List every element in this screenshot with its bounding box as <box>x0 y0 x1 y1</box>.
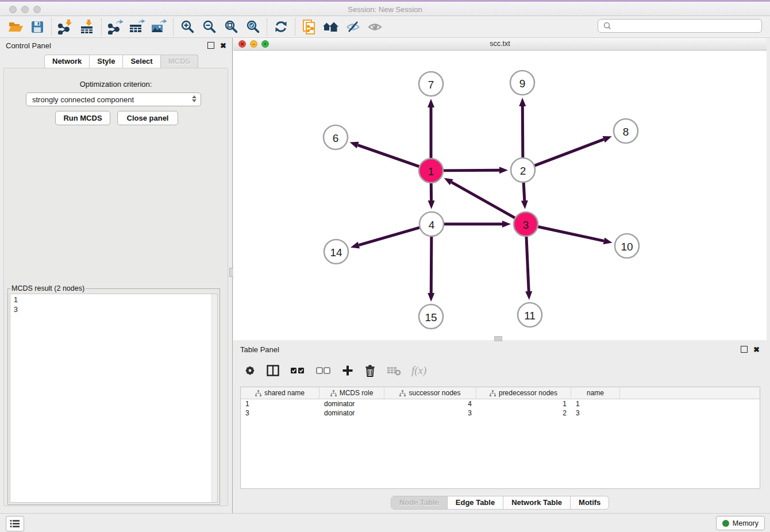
import-table-button[interactable] <box>76 18 98 36</box>
float-panel-icon[interactable] <box>207 42 214 49</box>
status-bar: Memory <box>0 513 770 532</box>
hierarchy-icon <box>399 390 406 396</box>
show-eye-button[interactable] <box>364 18 386 36</box>
tab-motifs[interactable]: Motifs <box>570 496 609 509</box>
export-table-icon <box>129 19 146 34</box>
graph-edge-arrowhead <box>603 136 612 142</box>
table-panel-header: Table Panel ✖ <box>233 342 767 357</box>
home-button[interactable] <box>320 18 342 36</box>
memory-button[interactable]: Memory <box>716 516 765 530</box>
graph-edge-arrowhead <box>521 201 528 209</box>
graph-edge-2-8[interactable] <box>534 140 604 166</box>
column-header-predecessor-nodes[interactable]: predecessor nodes <box>476 387 571 399</box>
create-column-button[interactable] <box>341 364 354 377</box>
close-panel-button[interactable]: Close panel <box>117 111 178 125</box>
toolbar-separator <box>101 18 102 36</box>
table-row[interactable]: 3 dominator 3 2 3 <box>241 408 760 418</box>
table-mode-gear-button[interactable] <box>244 364 256 377</box>
zoom-fit-icon <box>224 20 238 34</box>
graph-node-label: 6 <box>333 132 339 144</box>
function-builder-button[interactable]: f(x) <box>411 364 426 377</box>
show-columns-button[interactable] <box>266 364 280 377</box>
zoom-fit-button[interactable] <box>220 18 242 36</box>
zoom-in-button[interactable] <box>176 18 198 36</box>
graph-edge-2-9[interactable] <box>522 106 523 159</box>
tab-edge-table[interactable]: Edge Table <box>447 496 503 509</box>
graph-edge-arrowhead <box>351 242 360 249</box>
graph-edge-3-10[interactable] <box>537 226 604 241</box>
network-from-file-icon <box>302 19 317 35</box>
column-header-name[interactable]: name <box>571 387 620 399</box>
optimization-criterion-label: Optimization criterion: <box>4 80 228 88</box>
network-titlebar[interactable]: ✕ – + scc.txt <box>233 38 767 51</box>
cell-name: 1 <box>571 399 620 408</box>
select-all-columns-button[interactable] <box>290 365 306 376</box>
hide-eye-icon <box>345 20 361 34</box>
export-image-icon <box>151 19 168 34</box>
network-canvas[interactable]: 7968124314101511 <box>233 51 767 340</box>
cell-mcds-role: dominator <box>319 408 384 418</box>
export-image-button[interactable] <box>148 18 170 36</box>
close-panel-icon[interactable]: ✖ <box>220 41 226 50</box>
graph-edge-3-1[interactable] <box>452 182 516 218</box>
graph-edge-1-6[interactable] <box>358 145 420 167</box>
optimization-criterion-select[interactable]: strongly connected component <box>26 92 201 106</box>
export-table-button[interactable] <box>126 18 148 36</box>
cell-mcds-role: dominator <box>319 399 384 408</box>
column-header-successor-nodes[interactable]: successor nodes <box>384 387 476 399</box>
tab-network[interactable]: Network <box>44 55 90 68</box>
graph-node-label: 10 <box>621 241 633 253</box>
tab-node-table[interactable]: Node Table <box>391 496 447 509</box>
create-column-icon <box>341 364 354 377</box>
zoom-out-button[interactable] <box>198 18 220 36</box>
open-session-button[interactable] <box>5 18 26 36</box>
graph-edge-1-2[interactable] <box>442 170 499 171</box>
table-header-row: shared name MCDS role successor nodes pr… <box>241 387 760 399</box>
table-toolbar: f(x) <box>244 363 426 379</box>
graph-edge-3-11[interactable] <box>526 236 529 291</box>
tab-mcds[interactable]: MCDS <box>161 55 198 68</box>
graph-node-label: 14 <box>330 246 342 259</box>
float-table-panel-icon[interactable] <box>741 346 748 353</box>
search-input[interactable] <box>613 22 761 30</box>
control-panel: Control Panel ✖ Network Style Select MCD… <box>0 38 233 513</box>
graph-edge-4-14[interactable] <box>359 228 420 245</box>
run-mcds-button[interactable]: Run MCDS <box>55 111 110 125</box>
graph-edge-4-15[interactable] <box>431 236 432 293</box>
task-history-button[interactable] <box>6 516 24 531</box>
graph-edge-2-3[interactable] <box>523 182 525 201</box>
deselect-all-columns-button[interactable] <box>315 365 332 376</box>
search-field[interactable] <box>598 19 762 33</box>
result-scrollbar[interactable] <box>211 294 217 502</box>
column-header-mcds-role[interactable]: MCDS role <box>319 387 384 399</box>
graph-edge-arrowhead <box>519 98 526 106</box>
tab-style[interactable]: Style <box>90 55 123 68</box>
save-session-icon <box>30 20 44 34</box>
mcds-result-title: MCDS result (2 nodes) <box>10 284 86 292</box>
cell-name: 3 <box>571 408 620 418</box>
cell-successor-nodes: 4 <box>384 399 476 408</box>
graph-edge-arrowhead <box>428 99 434 107</box>
criterion-value: strongly connected component <box>32 95 134 104</box>
hide-eye-button[interactable] <box>342 18 364 36</box>
table-row[interactable]: 1 dominator 4 1 1 <box>241 399 760 408</box>
close-table-panel-icon[interactable]: ✖ <box>753 345 760 354</box>
refresh-button[interactable] <box>270 18 292 36</box>
save-session-button[interactable] <box>26 18 48 36</box>
zoom-selected-button[interactable] <box>242 18 264 36</box>
mcds-result-group: MCDS result (2 nodes) 1 3 <box>7 284 220 505</box>
tab-select[interactable]: Select <box>123 55 160 68</box>
delete-table-button[interactable] <box>386 365 402 376</box>
cell-predecessor-nodes: 1 <box>476 399 571 408</box>
delete-column-button[interactable] <box>364 364 376 377</box>
memory-label: Memory <box>733 519 759 527</box>
tab-network-table[interactable]: Network Table <box>503 496 570 509</box>
horizontal-splitter-grip[interactable] <box>494 336 502 341</box>
graph-node-label: 2 <box>520 165 526 177</box>
control-panel-header: Control Panel ✖ <box>0 38 232 53</box>
column-header-shared-name[interactable]: shared name <box>241 387 319 399</box>
export-network-button[interactable] <box>105 18 126 36</box>
network-from-file-button[interactable] <box>298 18 320 36</box>
mcds-result-text[interactable]: 1 3 <box>10 294 218 503</box>
import-network-button[interactable] <box>55 18 76 36</box>
